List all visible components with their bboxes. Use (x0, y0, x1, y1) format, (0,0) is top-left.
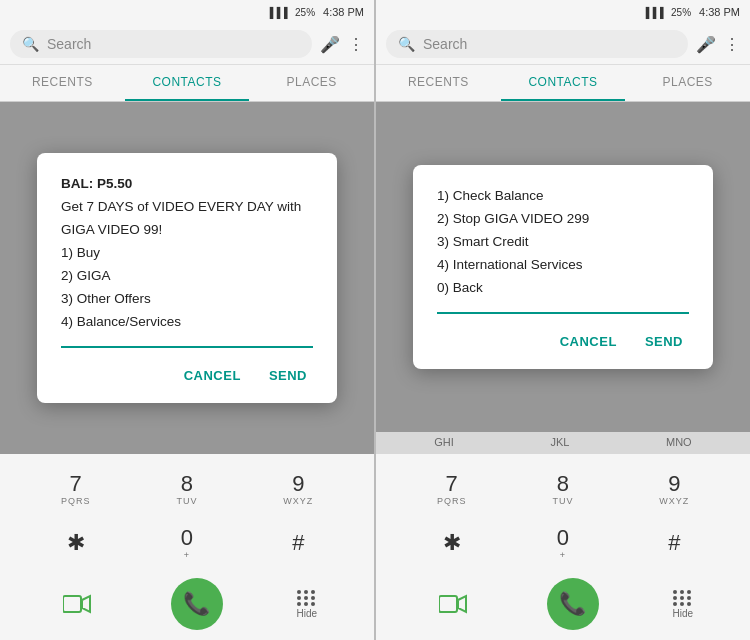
left-call-button[interactable]: 📞 (171, 578, 223, 630)
right-content: 1) Check Balance 2) Stop GIGA VIDEO 299 … (376, 102, 750, 432)
left-dialog: BAL: P5.50 Get 7 DAYS of VIDEO EVERY DAY… (37, 153, 337, 403)
left-dialog-line1: BAL: P5.50 (61, 173, 313, 196)
left-cancel-button[interactable]: CANCEL (178, 364, 247, 387)
left-dialog-body: BAL: P5.50 Get 7 DAYS of VIDEO EVERY DAY… (61, 173, 313, 334)
right-hide-button[interactable]: Hide (672, 590, 693, 619)
left-key-9[interactable]: 9 WXYZ (263, 466, 333, 512)
left-content: BAL: P5.50 Get 7 DAYS of VIDEO EVERY DAY… (0, 102, 374, 454)
right-video-icon (439, 594, 467, 614)
right-call-button[interactable]: 📞 (547, 578, 599, 630)
right-dialog-body: 1) Check Balance 2) Stop GIGA VIDEO 299 … (437, 185, 689, 300)
right-mic-icon[interactable]: 🎤 (696, 35, 716, 54)
right-more-icon[interactable]: ⋮ (724, 35, 740, 54)
right-dialpad-row4: ✱ 0 + # (376, 516, 750, 570)
right-tabs-bar: RECENTS CONTACTS PLACES (376, 65, 750, 102)
right-dots-grid (673, 590, 692, 606)
right-send-button[interactable]: SEND (639, 330, 689, 353)
left-panel: ▌▌▌ 25% 4:38 PM 🔍 Search 🎤 ⋮ RECENTS CON… (0, 0, 374, 640)
left-key-hash[interactable]: # (263, 520, 333, 566)
left-dialog-input[interactable] (61, 346, 313, 348)
left-dots-grid (297, 590, 316, 606)
right-dialpad-row3: 7 PQRS 8 TUV 9 WXYZ (376, 462, 750, 516)
right-search-field[interactable]: 🔍 Search (386, 30, 688, 58)
right-dialog-opt3: 3) Smart Credit (437, 231, 689, 254)
right-search-bar: 🔍 Search 🎤 ⋮ (376, 24, 750, 65)
right-tab-recents[interactable]: RECENTS (376, 65, 501, 101)
left-key-8[interactable]: 8 TUV (152, 466, 222, 512)
left-dialog-opt2: 2) GIGA (61, 265, 313, 288)
left-search-icon: 🔍 (22, 36, 39, 52)
right-key-9[interactable]: 9 WXYZ (639, 466, 709, 512)
left-status-bar: ▌▌▌ 25% 4:38 PM (0, 0, 374, 24)
right-tab-contacts[interactable]: CONTACTS (501, 65, 626, 101)
right-dialog-opt2: 2) Stop GIGA VIDEO 299 (437, 208, 689, 231)
left-search-field[interactable]: 🔍 Search (10, 30, 312, 58)
left-search-bar: 🔍 Search 🎤 ⋮ (0, 24, 374, 65)
left-key-star[interactable]: ✱ (41, 520, 111, 566)
left-dialpad: 7 PQRS 8 TUV 9 WXYZ ✱ 0 + # (0, 454, 374, 640)
left-time: 4:38 PM (323, 6, 364, 18)
right-time: 4:38 PM (699, 6, 740, 18)
right-dialog-overlay: 1) Check Balance 2) Stop GIGA VIDEO 299 … (376, 102, 750, 432)
left-dialog-opt4: 4) Balance/Services (61, 311, 313, 334)
svg-rect-0 (63, 596, 81, 612)
left-mic-icon[interactable]: 🎤 (320, 35, 340, 54)
right-search-icon: 🔍 (398, 36, 415, 52)
left-dialpad-row3: 7 PQRS 8 TUV 9 WXYZ (0, 462, 374, 516)
right-dialpad-bottom: 📞 Hide (376, 570, 750, 640)
right-signal: ▌▌▌ (646, 7, 667, 18)
left-dialog-opt1: 1) Buy (61, 242, 313, 265)
right-hide-label: Hide (672, 608, 693, 619)
right-key-8[interactable]: 8 TUV (528, 466, 598, 512)
svg-marker-3 (458, 596, 466, 612)
right-key-7[interactable]: 7 PQRS (417, 466, 487, 512)
left-search-placeholder: Search (47, 36, 91, 52)
left-dialog-overlay: BAL: P5.50 Get 7 DAYS of VIDEO EVERY DAY… (0, 102, 374, 454)
right-cancel-button[interactable]: CANCEL (554, 330, 623, 353)
left-tab-places[interactable]: PLACES (249, 65, 374, 101)
left-video-icon (63, 594, 91, 614)
left-tab-recents[interactable]: RECENTS (0, 65, 125, 101)
left-dialog-opt3: 3) Other Offers (61, 288, 313, 311)
svg-rect-2 (439, 596, 457, 612)
right-status-bar: ▌▌▌ 25% 4:38 PM (376, 0, 750, 24)
left-dialog-actions: CANCEL SEND (61, 364, 313, 387)
left-hide-label: Hide (296, 608, 317, 619)
left-call-icon: 📞 (183, 591, 210, 617)
svg-marker-1 (82, 596, 90, 612)
left-more-icon[interactable]: ⋮ (348, 35, 364, 54)
left-dialog-line2: Get 7 DAYS of VIDEO EVERY DAY with GIGA … (61, 196, 313, 242)
right-key-hash[interactable]: # (639, 520, 709, 566)
right-search-placeholder: Search (423, 36, 467, 52)
right-contacts-partial: GHI JKL MNO (376, 432, 750, 454)
right-video-button[interactable] (433, 584, 473, 624)
right-key-0[interactable]: 0 + (528, 520, 598, 566)
right-dialog-input[interactable] (437, 312, 689, 314)
right-dialog-opt4: 4) International Services (437, 254, 689, 277)
right-contact-jkl: JKL (544, 434, 575, 450)
left-key-7[interactable]: 7 PQRS (41, 466, 111, 512)
right-battery: 25% (671, 7, 691, 18)
left-tab-contacts[interactable]: CONTACTS (125, 65, 250, 101)
left-battery: 25% (295, 7, 315, 18)
right-call-icon: 📞 (559, 591, 586, 617)
right-dialog-actions: CANCEL SEND (437, 330, 689, 353)
left-video-button[interactable] (57, 584, 97, 624)
right-key-star[interactable]: ✱ (417, 520, 487, 566)
left-signal: ▌▌▌ (270, 7, 291, 18)
left-send-button[interactable]: SEND (263, 364, 313, 387)
right-tab-places[interactable]: PLACES (625, 65, 750, 101)
right-dialog-opt5: 0) Back (437, 277, 689, 300)
left-tabs-bar: RECENTS CONTACTS PLACES (0, 65, 374, 102)
left-dialpad-row4: ✱ 0 + # (0, 516, 374, 570)
right-contact-mno: MNO (660, 434, 698, 450)
right-dialog-opt1: 1) Check Balance (437, 185, 689, 208)
right-dialog: 1) Check Balance 2) Stop GIGA VIDEO 299 … (413, 165, 713, 369)
right-contact-ghi: GHI (428, 434, 460, 450)
left-dialpad-bottom: 📞 Hide (0, 570, 374, 640)
right-panel: ▌▌▌ 25% 4:38 PM 🔍 Search 🎤 ⋮ RECENTS CON… (376, 0, 750, 640)
left-key-0[interactable]: 0 + (152, 520, 222, 566)
right-dialpad: 7 PQRS 8 TUV 9 WXYZ ✱ 0 + # (376, 454, 750, 640)
left-hide-button[interactable]: Hide (296, 590, 317, 619)
